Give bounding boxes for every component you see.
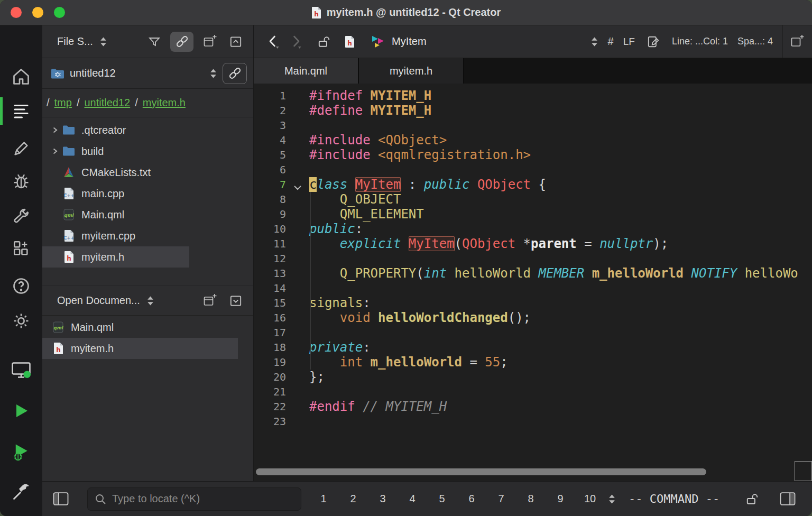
output-pane-2[interactable]: 2 <box>345 493 362 505</box>
sync-with-editor-button[interactable] <box>170 32 193 52</box>
breadcrumb-untitled12[interactable]: untitled12 <box>84 97 130 109</box>
output-pane-9[interactable]: 9 <box>552 493 569 505</box>
panel-kind-label[interactable]: File S... <box>57 35 93 48</box>
code-text[interactable]: int m_helloWorld = 55; <box>309 355 812 370</box>
locator-input[interactable] <box>112 493 294 505</box>
run-button[interactable] <box>0 399 42 422</box>
updown-arrows-icon[interactable] <box>209 68 217 79</box>
debug-run-button[interactable] <box>0 440 42 464</box>
link-root-button[interactable] <box>223 63 247 84</box>
cursor-position[interactable]: Line: ...Col: 1 <box>672 36 728 47</box>
split-panel-button[interactable] <box>201 291 219 310</box>
mode-design[interactable] <box>0 137 42 160</box>
close-panel-button[interactable] <box>227 292 245 310</box>
horizontal-scrollbar[interactable] <box>256 468 706 475</box>
code-text[interactable]: #endif // MYITEM_H <box>309 399 812 414</box>
split-panel-button[interactable] <box>201 32 219 51</box>
mode-welcome[interactable] <box>0 65 42 88</box>
split-editor-button[interactable] <box>788 32 807 51</box>
close-button[interactable] <box>11 7 22 18</box>
line-number: 12 <box>254 251 309 266</box>
breadcrumb-tmp[interactable]: tmp <box>54 97 72 109</box>
code-text[interactable] <box>309 281 812 296</box>
tab-Main.qml[interactable]: Main.qml <box>254 58 359 84</box>
code-text[interactable] <box>309 414 812 429</box>
updown-arrows-icon[interactable] <box>590 36 598 48</box>
updown-arrows-icon[interactable] <box>99 36 107 48</box>
tree-item-main.cpp[interactable]: C++main.cpp <box>42 183 189 204</box>
indent-setting[interactable]: Spa...: 4 <box>737 36 773 47</box>
preferences-button[interactable] <box>0 309 42 333</box>
code-text[interactable]: private: <box>309 340 812 355</box>
output-pane-1[interactable]: 1 <box>315 493 332 505</box>
code-text[interactable]: public: <box>309 222 812 236</box>
output-pane-3[interactable]: 3 <box>374 493 391 505</box>
file-name: CMakeLists.txt <box>81 167 151 179</box>
tree-item-myitem.cpp[interactable]: C++myitem.cpp <box>42 225 189 246</box>
chevron-right-icon[interactable] <box>49 148 61 155</box>
locator-field[interactable] <box>87 487 301 511</box>
code-text[interactable]: }; <box>309 370 812 384</box>
code-editor[interactable]: 1#ifndef MYITEM_H2#define MYITEM_H34#inc… <box>254 84 812 481</box>
minimize-button[interactable] <box>32 7 43 18</box>
tree-item-build[interactable]: build <box>42 141 189 162</box>
file-menu-button[interactable]: h <box>343 33 357 50</box>
code-text[interactable]: QML_ELEMENT <box>309 207 812 222</box>
open-document-myitem.h[interactable]: hmyitem.h <box>42 338 238 359</box>
output-lock-button[interactable] <box>743 490 761 508</box>
code-text[interactable] <box>309 251 812 266</box>
code-text[interactable] <box>309 325 812 340</box>
collapse-panel-button[interactable] <box>227 33 245 51</box>
encoding-button[interactable] <box>644 33 662 51</box>
back-button[interactable] <box>263 32 283 52</box>
build-button[interactable] <box>0 480 42 503</box>
code-text[interactable]: Q_OBJECT <box>309 192 812 207</box>
kit-selector[interactable] <box>0 358 42 382</box>
mode-edit[interactable] <box>0 99 42 123</box>
breadcrumb-myitem-h[interactable]: myitem.h <box>143 97 186 109</box>
code-text[interactable]: Q_PROPERTY(int helloWorld MEMBER m_hello… <box>309 266 812 281</box>
tree-item-Main.qml[interactable]: qmlMain.qml <box>42 204 189 225</box>
toggle-left-sidebar-button[interactable] <box>50 490 71 508</box>
tab-myitem.h[interactable]: myitem.h <box>359 58 464 84</box>
open-document-Main.qml[interactable]: qmlMain.qml <box>42 317 238 338</box>
chevron-right-icon[interactable] <box>49 126 61 134</box>
code-text[interactable] <box>309 162 812 177</box>
code-text[interactable]: #include <qqmlregistration.h> <box>309 148 812 162</box>
hash-indicator[interactable]: # <box>608 35 614 48</box>
mode-debug[interactable] <box>0 170 42 193</box>
toggle-right-sidebar-button[interactable] <box>777 490 798 508</box>
output-pane-10[interactable]: 10 <box>582 493 598 505</box>
code-text[interactable]: signals: <box>309 296 812 310</box>
output-pane-5[interactable]: 5 <box>433 493 450 505</box>
code-text[interactable] <box>309 384 812 399</box>
updown-arrows-icon[interactable] <box>608 493 616 505</box>
code-area: 1#ifndef MYITEM_H2#define MYITEM_H34#inc… <box>254 88 812 429</box>
output-pane-8[interactable]: 8 <box>522 493 539 505</box>
code-text[interactable]: void helloWorldChanged(); <box>309 310 812 325</box>
line-ending-indicator[interactable]: LF <box>623 36 635 48</box>
forward-button[interactable] <box>285 32 306 52</box>
filter-button[interactable] <box>146 33 163 50</box>
panel-kind-label[interactable]: Open Documen... <box>57 294 140 307</box>
mode-projects[interactable] <box>0 205 42 228</box>
project-name[interactable]: untitled12 <box>70 67 116 79</box>
code-text[interactable]: #include <QObject> <box>309 133 812 148</box>
tree-item-.qtcreator[interactable]: .qtcreator <box>42 119 189 141</box>
mode-help[interactable] <box>0 274 42 298</box>
output-pane-7[interactable]: 7 <box>493 493 510 505</box>
zoom-button[interactable] <box>54 7 65 18</box>
tree-item-myitem.h[interactable]: hmyitem.h <box>42 246 189 268</box>
output-pane-4[interactable]: 4 <box>404 493 421 505</box>
file-lock-button[interactable] <box>315 33 333 51</box>
code-text[interactable]: explicit MyItem(QObject *parent = nullpt… <box>309 236 812 251</box>
symbol-selector[interactable]: MyItem <box>371 34 598 49</box>
code-text[interactable]: #ifndef MYITEM_H <box>309 88 812 103</box>
output-pane-6[interactable]: 6 <box>463 493 480 505</box>
mode-extensions[interactable] <box>0 237 42 260</box>
tree-item-CMakeLists.txt[interactable]: CMakeLists.txt <box>42 162 189 183</box>
code-text[interactable]: class MyItem : public QObject { <box>309 177 812 192</box>
updown-arrows-icon[interactable] <box>146 295 154 307</box>
code-text[interactable] <box>309 118 812 133</box>
code-text[interactable]: #define MYITEM_H <box>309 103 812 118</box>
